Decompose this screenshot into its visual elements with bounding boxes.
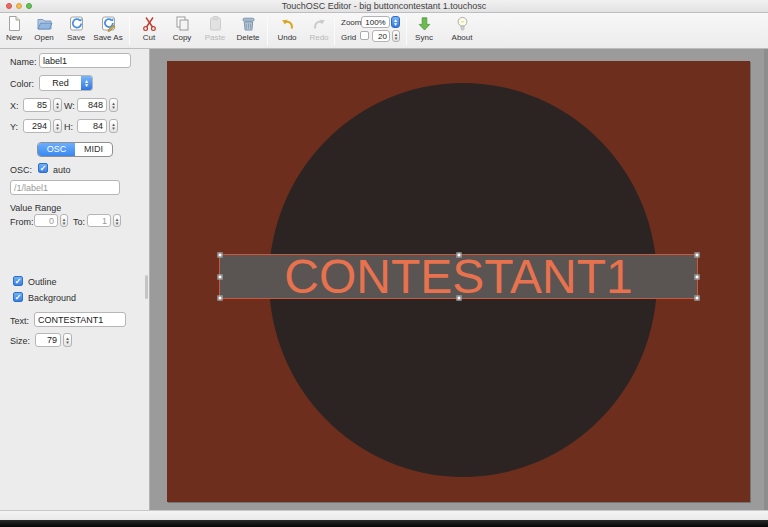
color-dropdown[interactable]: Red ▲▼: [39, 75, 93, 91]
h-stepper[interactable]: ▴▾: [109, 119, 118, 133]
open-button[interactable]: Open: [27, 15, 61, 47]
tab-midi[interactable]: MIDI: [75, 143, 112, 156]
h-value: 84: [93, 121, 103, 131]
size-stepper[interactable]: ▴▾: [63, 333, 72, 347]
window-bottom-edge: [0, 510, 768, 520]
titlebar: TouchOSC Editor - big buttoncontestant 1…: [0, 0, 768, 13]
label1-control[interactable]: CONTESTANT1: [219, 254, 698, 299]
grid-size-stepper[interactable]: ▴▾: [392, 30, 400, 42]
to-stepper[interactable]: ▴▾: [113, 214, 121, 227]
toolbar-button-label: New: [0, 33, 28, 43]
zoom-stepper[interactable]: ▲▼: [391, 16, 400, 28]
y-label: Y:: [10, 122, 18, 132]
name-value: label1: [43, 56, 67, 66]
canvas-workspace[interactable]: CONTESTANT1: [150, 49, 768, 510]
size-label: Size:: [10, 336, 30, 346]
osc-address-input[interactable]: /1/label1: [10, 180, 120, 195]
osc-label: OSC:: [10, 165, 32, 175]
selection-handle[interactable]: [695, 296, 700, 301]
inspector-panel: Name: label1 Color: Red ▲▼ X: 85 ▴▾ W: 8…: [0, 49, 150, 510]
color-label: Color:: [10, 79, 34, 89]
grid-label: Grid: [341, 33, 356, 42]
desktop-background: [0, 520, 768, 527]
about-lightbulb-icon: [445, 15, 479, 33]
w-stepper[interactable]: ▴▾: [109, 98, 118, 112]
selection-handle[interactable]: [218, 274, 223, 279]
toolbar-divider: [129, 17, 130, 45]
paste-button[interactable]: Paste: [198, 15, 232, 47]
cut-button[interactable]: Cut: [132, 15, 166, 47]
selection-handle[interactable]: [456, 296, 461, 301]
x-input[interactable]: 85: [23, 98, 51, 112]
osc-address-value: /1/label1: [14, 183, 48, 193]
w-input[interactable]: 848: [77, 98, 107, 112]
zoom-label: Zoom: [341, 18, 361, 27]
undo-arrow-icon: [270, 15, 304, 33]
grid-checkbox[interactable]: [360, 31, 369, 40]
toolbar-button-label: About: [445, 33, 479, 43]
delete-trash-icon: [231, 15, 265, 33]
selection-handle[interactable]: [695, 253, 700, 258]
cut-scissors-icon: [132, 15, 166, 33]
name-input[interactable]: label1: [39, 53, 131, 68]
selection-handle[interactable]: [695, 274, 700, 279]
workspace-scrollbar-track[interactable]: [764, 49, 768, 510]
panel-scrollbar-thumb[interactable]: [145, 275, 148, 299]
to-input[interactable]: 1: [87, 214, 111, 227]
osc-auto-checkbox[interactable]: [38, 163, 48, 173]
toolbar-button-label: Copy: [165, 33, 199, 43]
text-label: Text:: [10, 316, 29, 326]
value-range-label: Value Range: [10, 203, 61, 213]
osc-auto-label: auto: [53, 165, 71, 175]
grid-size-value: 20: [378, 32, 387, 41]
tab-osc[interactable]: OSC: [38, 143, 75, 156]
background-checkbox[interactable]: [13, 292, 23, 302]
size-value: 79: [47, 335, 57, 345]
redo-arrow-icon: [302, 15, 336, 33]
y-input[interactable]: 294: [23, 119, 51, 133]
toolbar-button-label: Delete: [231, 33, 265, 43]
save-as-button[interactable]: Save As: [88, 15, 128, 47]
undo-button[interactable]: Undo: [270, 15, 304, 47]
outline-checkbox[interactable]: [13, 276, 23, 286]
selection-handle[interactable]: [456, 253, 461, 258]
copy-button[interactable]: Copy: [165, 15, 199, 47]
delete-button[interactable]: Delete: [231, 15, 265, 47]
zoom-select[interactable]: 100%: [361, 16, 390, 28]
toolbar-divider: [267, 17, 268, 45]
redo-button[interactable]: Redo: [302, 15, 336, 47]
toolbar-button-label: Sync: [407, 33, 441, 43]
toolbar-button-label: Paste: [198, 33, 232, 43]
toolbar-button-label: Redo: [302, 33, 336, 43]
w-label: W:: [64, 101, 75, 111]
size-input[interactable]: 79: [35, 333, 61, 347]
sync-button[interactable]: Sync: [407, 15, 441, 47]
name-label: Name:: [10, 57, 37, 67]
toolbar-button-label: Undo: [270, 33, 304, 43]
about-button[interactable]: About: [445, 15, 479, 47]
toolbar-divider: [334, 17, 335, 45]
save-as-icon: [88, 15, 128, 33]
x-stepper[interactable]: ▴▾: [53, 98, 62, 112]
toolbar-button-label: Save As: [88, 33, 128, 43]
dropdown-arrows-icon: ▲▼: [81, 76, 92, 90]
to-value: 1: [102, 216, 107, 226]
toolbar-button-label: Cut: [132, 33, 166, 43]
selection-handle[interactable]: [218, 253, 223, 258]
grid-size-field[interactable]: 20: [372, 30, 390, 42]
y-stepper[interactable]: ▴▾: [53, 119, 62, 133]
selection-handle[interactable]: [218, 296, 223, 301]
text-input[interactable]: CONTESTANT1: [34, 312, 126, 327]
new-button[interactable]: New: [0, 15, 28, 47]
h-input[interactable]: 84: [77, 119, 107, 133]
color-value: Red: [40, 78, 81, 88]
w-value: 848: [88, 100, 103, 110]
from-input[interactable]: 0: [34, 214, 58, 227]
sync-download-icon: [407, 15, 441, 33]
text-value: CONTESTANT1: [38, 315, 103, 325]
from-stepper[interactable]: ▴▾: [60, 214, 68, 227]
to-label: To:: [73, 217, 85, 227]
from-value: 0: [49, 216, 54, 226]
x-label: X:: [10, 101, 19, 111]
layout-page[interactable]: CONTESTANT1: [167, 61, 750, 502]
